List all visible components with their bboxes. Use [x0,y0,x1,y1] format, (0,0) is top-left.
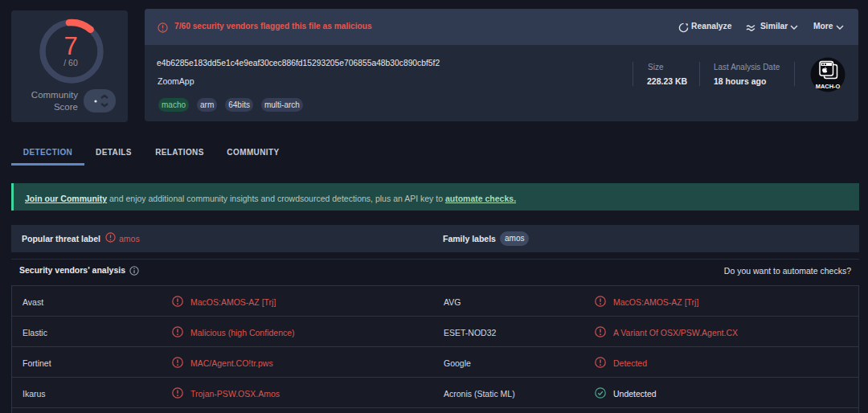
svg-text:MACH-O: MACH-O [816,83,841,90]
